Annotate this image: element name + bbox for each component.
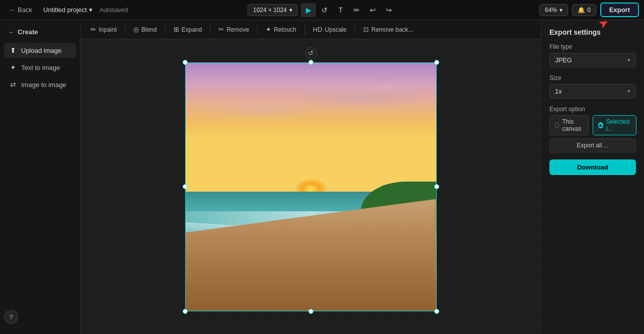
- rotate-button[interactable]: ↺: [317, 3, 332, 17]
- sidebar-item-text-to-image[interactable]: ✦ Text to image: [4, 60, 76, 75]
- clouds: [186, 76, 436, 131]
- zoom-chevron: ▾: [559, 7, 562, 14]
- text-to-image-icon: ✦: [9, 63, 17, 71]
- remove-back-icon: ⊡: [363, 26, 369, 33]
- retouch-label: Retouch: [274, 26, 296, 33]
- canvas-area: ✏ Inpaint ◎ Blend ⊞ Expand ✂ Remove ✦ Re…: [80, 20, 541, 334]
- topbar-left: ← Back Untitled project ▾ Autosaved: [5, 4, 128, 16]
- toolbar-divider-4: [257, 25, 258, 35]
- play-icon: ▶: [306, 6, 311, 14]
- pen-button[interactable]: ✏: [349, 3, 364, 17]
- redo-button[interactable]: ↪: [381, 3, 396, 17]
- retouch-tool[interactable]: ✦ Retouch: [261, 23, 301, 36]
- export-all-label: Export all ...: [577, 142, 608, 149]
- canvas-size-text: 1024 × 1024: [253, 7, 287, 14]
- file-type-value: JPEG: [555, 56, 572, 64]
- text-button[interactable]: T: [333, 3, 348, 17]
- toolbar-divider-3: [210, 25, 210, 35]
- export-label: Export: [609, 6, 630, 14]
- remove-label: Remove: [226, 26, 249, 33]
- beach-scene: [186, 63, 436, 311]
- back-button[interactable]: ← Back: [5, 4, 36, 16]
- handle-middle-right[interactable]: [434, 184, 439, 189]
- help-icon: ?: [9, 313, 13, 321]
- size-select[interactable]: 1x ▾: [549, 84, 636, 99]
- rotate-icon: ↺: [321, 6, 328, 14]
- selected-layer-option[interactable]: Selected I...: [593, 115, 636, 135]
- project-name[interactable]: Untitled project ▾: [40, 4, 96, 16]
- zoom-button[interactable]: 64% ▾: [539, 4, 568, 16]
- text-icon: T: [339, 6, 343, 14]
- image-to-image-icon: ⇄: [9, 80, 17, 89]
- sidebar-text-to-image-label: Text to image: [21, 64, 60, 71]
- back-arrow-icon: ←: [9, 6, 16, 14]
- canvas-viewport[interactable]: ↺: [80, 39, 541, 334]
- editing-toolbar: ✏ Inpaint ◎ Blend ⊞ Expand ✂ Remove ✦ Re…: [80, 20, 541, 39]
- bell-icon: 🔔: [578, 7, 585, 14]
- file-type-label: File type: [549, 43, 636, 50]
- download-button[interactable]: Download: [549, 159, 636, 175]
- retouch-icon: ✦: [266, 26, 271, 33]
- sidebar-item-image-to-image[interactable]: ⇄ Image to image: [4, 77, 76, 92]
- handle-bottom-left[interactable]: [183, 309, 188, 314]
- upscale-label: Upscale: [325, 26, 347, 33]
- blend-icon: ◎: [133, 26, 139, 33]
- handle-top-left[interactable]: [183, 60, 188, 65]
- export-option-field: Export option This canvas Selected I... …: [549, 106, 636, 152]
- canvas-image: [185, 62, 437, 311]
- autosaved-status: Autosaved: [100, 7, 128, 14]
- this-canvas-label: This canvas: [562, 118, 583, 132]
- inpaint-tool[interactable]: ✏ Inpaint: [86, 23, 122, 36]
- selected-label: Selected I...: [606, 118, 631, 132]
- notifications-button[interactable]: 🔔 0: [572, 4, 596, 16]
- inpaint-icon: ✏: [91, 26, 96, 33]
- handle-top-right[interactable]: [434, 60, 439, 65]
- selected-layer-radio: [598, 122, 603, 128]
- undo-icon: ↩: [370, 6, 376, 14]
- project-name-text: Untitled project: [43, 6, 87, 14]
- play-button[interactable]: ▶: [301, 3, 316, 17]
- handle-bottom-middle[interactable]: [308, 309, 313, 314]
- expand-icon: ⊞: [174, 26, 179, 33]
- create-arrow-icon: ←: [8, 28, 15, 36]
- export-button[interactable]: Export: [600, 3, 639, 17]
- remove-back-label: Remove back...: [371, 26, 413, 33]
- project-name-chevron: ▾: [89, 6, 93, 14]
- radio-row-1: This canvas Selected I...: [549, 115, 636, 135]
- undo-button[interactable]: ↩: [365, 3, 380, 17]
- back-label: Back: [18, 6, 32, 14]
- topbar-center: 1024 × 1024 ▾ ▶ ↺ T ✏ ↩ ↪: [248, 3, 396, 17]
- upscale-tool[interactable]: HD Upscale: [308, 23, 352, 36]
- blend-tool[interactable]: ◎ Blend: [128, 23, 162, 36]
- file-type-chevron: ▾: [627, 57, 630, 63]
- refresh-handle[interactable]: ↺: [305, 47, 317, 59]
- topbar-right: 64% ▾ 🔔 0 Export: [539, 3, 639, 17]
- expand-label: Expand: [182, 26, 202, 33]
- toolbar-divider-6: [355, 25, 355, 35]
- canvas-size-button[interactable]: 1024 × 1024 ▾: [248, 4, 298, 16]
- main-area: ← Create ⬆ Upload image ✦ Text to image …: [0, 20, 644, 334]
- help-button[interactable]: ?: [4, 310, 18, 324]
- expand-tool[interactable]: ⊞ Expand: [169, 23, 207, 36]
- sidebar-create-label: ← Create: [4, 25, 76, 39]
- canvas-size-chevron: ▾: [289, 7, 292, 14]
- remove-tool[interactable]: ✂ Remove: [213, 23, 254, 36]
- upscale-hd-icon: HD: [313, 26, 323, 33]
- file-type-select[interactable]: JPEG ▾: [549, 53, 636, 67]
- export-panel-title: Export settings: [549, 28, 636, 36]
- remove-back-tool[interactable]: ⊡ Remove back...: [358, 23, 418, 36]
- sidebar-item-upload-image[interactable]: ⬆ Upload image: [4, 43, 76, 58]
- remove-icon: ✂: [218, 26, 224, 33]
- handle-bottom-right[interactable]: [434, 309, 439, 314]
- sky: [186, 63, 436, 199]
- file-type-field: File type JPEG ▾: [549, 43, 636, 67]
- blend-label: Blend: [141, 26, 157, 33]
- redo-icon: ↪: [386, 6, 392, 14]
- handle-top-middle[interactable]: [308, 60, 313, 65]
- canvas-image-container: ↺: [185, 62, 437, 311]
- size-field: Size 1x ▾: [549, 74, 636, 99]
- handle-middle-left[interactable]: [183, 184, 188, 189]
- this-canvas-option[interactable]: This canvas: [549, 115, 589, 135]
- export-all-button[interactable]: Export all ...: [549, 138, 636, 152]
- sidebar-upload-label: Upload image: [21, 47, 61, 54]
